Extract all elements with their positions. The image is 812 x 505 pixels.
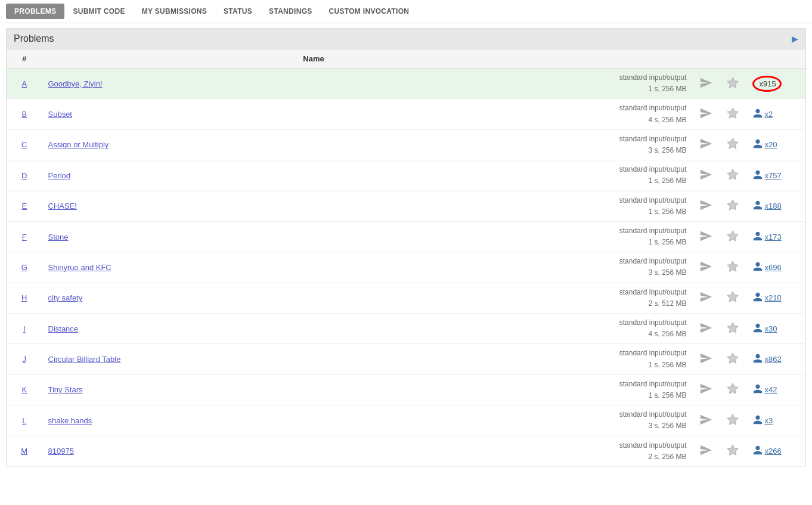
problem-name-link[interactable]: 810975 — [48, 447, 74, 456]
problem-name-link[interactable]: Circular Billiard Table — [48, 355, 121, 364]
star-icon[interactable] — [726, 230, 739, 243]
problem-id-link[interactable]: D — [21, 171, 27, 180]
submit-icon[interactable] — [699, 413, 712, 426]
star-cell[interactable] — [720, 436, 746, 466]
problem-name-link[interactable]: city safety — [48, 293, 83, 302]
star-icon[interactable] — [726, 290, 739, 303]
problem-name-link[interactable]: Shinyruo and KFC — [48, 263, 111, 272]
star-cell[interactable] — [720, 314, 746, 344]
star-cell[interactable] — [720, 344, 746, 374]
problem-name-link[interactable]: Period — [48, 171, 71, 180]
star-icon[interactable] — [726, 76, 739, 89]
star-icon[interactable] — [726, 352, 739, 365]
star-cell[interactable] — [720, 374, 746, 405]
participant-link[interactable]: x3 — [765, 416, 773, 425]
star-cell[interactable] — [720, 160, 746, 191]
problem-id-link[interactable]: K — [21, 385, 27, 394]
submit-icon[interactable] — [699, 137, 712, 150]
submit-icon[interactable] — [699, 352, 712, 365]
star-cell[interactable] — [720, 221, 746, 252]
submit-icon[interactable] — [699, 199, 712, 212]
star-cell[interactable] — [720, 405, 746, 436]
submit-cell[interactable] — [693, 69, 720, 99]
problem-name-link[interactable]: Goodbye, Ziyin! — [48, 79, 103, 88]
star-cell[interactable] — [720, 129, 746, 160]
submit-cell[interactable] — [693, 99, 720, 129]
problem-id-link[interactable]: F — [22, 233, 27, 241]
io-line2: 2 s, 512 MB — [591, 298, 687, 309]
submit-cell[interactable] — [693, 344, 720, 374]
participant-link[interactable]: x173 — [765, 233, 782, 241]
star-cell[interactable] — [720, 191, 746, 221]
submit-icon[interactable] — [699, 76, 712, 89]
problem-id-link[interactable]: C — [21, 140, 27, 149]
participant-link[interactable]: x2 — [765, 110, 773, 119]
submit-icon[interactable] — [699, 321, 712, 334]
problem-id-link[interactable]: I — [23, 324, 26, 333]
nav-status[interactable]: STATUS — [215, 4, 261, 19]
problem-id-link[interactable]: M — [21, 447, 27, 456]
participant-link[interactable]: x210 — [765, 293, 782, 302]
nav-problems[interactable]: PROBLEMS — [6, 4, 64, 19]
problem-id-link[interactable]: L — [22, 416, 26, 425]
problem-name-link[interactable]: Distance — [48, 324, 79, 333]
submit-cell[interactable] — [693, 160, 720, 191]
participant-link[interactable]: x696 — [765, 263, 782, 272]
submit-icon[interactable] — [699, 382, 712, 395]
submit-cell[interactable] — [693, 374, 720, 405]
submit-cell[interactable] — [693, 129, 720, 160]
star-icon[interactable] — [726, 137, 739, 150]
problem-name-link[interactable]: CHASE! — [48, 202, 77, 210]
problem-id-link[interactable]: G — [21, 263, 27, 272]
submit-icon[interactable] — [699, 107, 712, 120]
star-icon[interactable] — [726, 260, 739, 273]
participant-link[interactable]: x42 — [765, 385, 777, 394]
nav-custom-invocation[interactable]: CUSTOM INVOCATION — [321, 4, 418, 19]
submit-icon[interactable] — [699, 290, 712, 303]
star-cell[interactable] — [720, 252, 746, 283]
submit-icon[interactable] — [699, 444, 712, 457]
problem-name-link[interactable]: Tiny Stars — [48, 385, 83, 394]
problem-id-link[interactable]: E — [21, 202, 27, 210]
problem-name-link[interactable]: shake hands — [48, 416, 92, 425]
nav-standings[interactable]: STANDINGS — [261, 4, 320, 19]
participant-link[interactable]: x757 — [765, 171, 782, 180]
submit-cell[interactable] — [693, 314, 720, 344]
submit-icon[interactable] — [699, 168, 712, 181]
star-icon[interactable] — [726, 321, 739, 334]
participant-cell: x3 — [752, 414, 800, 427]
problem-id-link[interactable]: J — [23, 355, 27, 364]
nav-my-submissions[interactable]: MY SUBMISSIONS — [134, 4, 215, 19]
star-icon[interactable] — [726, 199, 739, 212]
star-cell[interactable] — [720, 69, 746, 99]
submit-cell[interactable] — [693, 283, 720, 313]
problem-name-link[interactable]: Assign or Multiply — [48, 140, 109, 149]
problem-id-link[interactable]: B — [21, 110, 27, 119]
participant-highlight[interactable]: x915 — [752, 76, 782, 92]
problem-id-link[interactable]: H — [21, 293, 27, 302]
problem-id-link[interactable]: A — [21, 79, 27, 88]
star-icon[interactable] — [726, 107, 739, 120]
problem-name-link[interactable]: Stone — [48, 233, 69, 241]
star-icon[interactable] — [726, 382, 739, 395]
submit-cell[interactable] — [693, 405, 720, 436]
participant-link[interactable]: x266 — [765, 447, 782, 456]
star-icon[interactable] — [726, 168, 739, 181]
star-icon[interactable] — [726, 413, 739, 426]
star-cell[interactable] — [720, 99, 746, 129]
submit-cell[interactable] — [693, 436, 720, 466]
nav-submit-code[interactable]: SUBMIT CODE — [64, 4, 133, 19]
submit-cell[interactable] — [693, 252, 720, 283]
problem-name-link[interactable]: Subset — [48, 110, 72, 119]
star-cell[interactable] — [720, 283, 746, 313]
submit-icon[interactable] — [699, 230, 712, 243]
submit-icon[interactable] — [699, 260, 712, 273]
participant-link[interactable]: x188 — [765, 202, 782, 210]
participant-link[interactable]: x20 — [765, 140, 777, 149]
star-icon[interactable] — [726, 444, 739, 457]
participant-link[interactable]: x862 — [765, 355, 782, 364]
submit-cell[interactable] — [693, 191, 720, 221]
participant-link[interactable]: x915 — [760, 79, 776, 88]
participant-link[interactable]: x30 — [765, 324, 777, 333]
submit-cell[interactable] — [693, 221, 720, 252]
